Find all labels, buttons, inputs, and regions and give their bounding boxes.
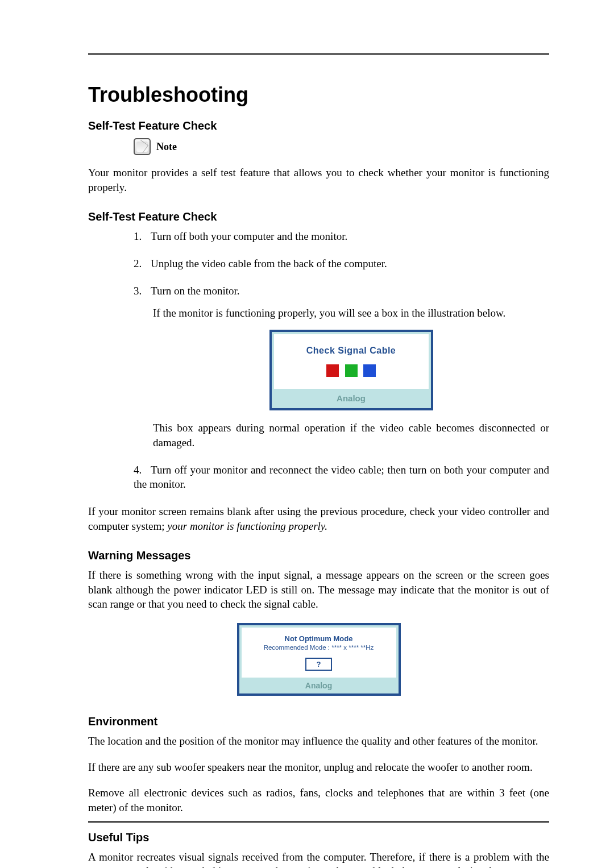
step-text: Turn off your monitor and reconnect the … — [134, 464, 549, 491]
section-heading-environment: Environment — [88, 715, 549, 728]
section-heading-selftest-steps: Self-Test Feature Check — [88, 210, 549, 223]
section-heading-tips: Useful Tips — [88, 831, 549, 844]
osd-figure-1-wrapper: Check Signal Cable Analog — [153, 330, 549, 410]
steps-list: 1Turn off both your computer and the mon… — [134, 229, 549, 492]
osd-line2: Recommended Mode : **** x **** **Hz — [246, 644, 392, 651]
step-3: 3Turn on the monitor. If the monitor is … — [134, 284, 549, 450]
osd-color-squares — [279, 364, 424, 381]
page-content: Troubleshooting Self-Test Feature Check … — [88, 53, 549, 868]
environment-p1: The location and the position of the mon… — [88, 734, 549, 749]
step-3-continuation-1: If the monitor is functioning properly, … — [153, 306, 549, 321]
environment-p3: Remove all electronic devices such as ra… — [88, 786, 549, 815]
osd-question-box: ? — [305, 658, 333, 671]
document-page: Troubleshooting Self-Test Feature Check … — [0, 0, 614, 868]
note-body: Your monitor provides a self test featur… — [88, 165, 549, 194]
step-number: 3 — [134, 284, 151, 298]
step-4: 4Turn off your monitor and reconnect the… — [134, 463, 549, 492]
osd-line1: Not Optimum Mode — [246, 634, 392, 643]
osd-figure-not-optimum: Not Optimum Mode Recommended Mode : ****… — [237, 623, 401, 696]
after-italic: your monitor is functioning properly. — [167, 520, 327, 532]
osd-panel: Not Optimum Mode Recommended Mode : ****… — [239, 625, 399, 680]
step-text: Turn on the monitor. — [151, 285, 240, 297]
osd-figure-check-signal: Check Signal Cable Analog — [269, 330, 433, 410]
note-block: Note — [134, 138, 549, 155]
tips-body: A monitor recreates visual signals recei… — [88, 850, 549, 868]
section-heading-warning: Warning Messages — [88, 549, 549, 562]
page-title: Troubleshooting — [88, 83, 549, 107]
bottom-rule — [88, 821, 549, 823]
warning-body: If there is something wrong with the inp… — [88, 568, 549, 612]
step-text: Turn off both your computer and the moni… — [151, 230, 347, 242]
step-number: 1 — [134, 229, 151, 244]
osd-panel: Check Signal Cable — [272, 332, 431, 391]
section-heading-selftest-intro: Self-Test Feature Check — [88, 119, 549, 132]
osd-bottom-bar: Analog — [239, 680, 399, 693]
step-text: Unplug the video cable from the back of … — [151, 258, 387, 269]
environment-p2: If there are any sub woofer speakers nea… — [88, 760, 549, 775]
osd-bottom-bar: Analog — [272, 391, 431, 408]
osd-title: Check Signal Cable — [279, 344, 424, 357]
osd-square-blue — [363, 364, 376, 377]
step-number: 4 — [134, 463, 151, 477]
step-3-continuation-2: This box appears during normal operation… — [153, 421, 549, 450]
selftest-after-paragraph: If your monitor screen remains blank aft… — [88, 504, 549, 533]
step-number: 2 — [134, 256, 151, 271]
osd-square-red — [326, 364, 339, 377]
top-rule — [88, 53, 549, 55]
note-label: Note — [156, 141, 177, 152]
osd-square-green — [345, 364, 358, 377]
step-2: 2Unplug the video cable from the back of… — [134, 256, 549, 271]
step-1: 1Turn off both your computer and the mon… — [134, 229, 549, 244]
note-icon — [134, 138, 151, 155]
